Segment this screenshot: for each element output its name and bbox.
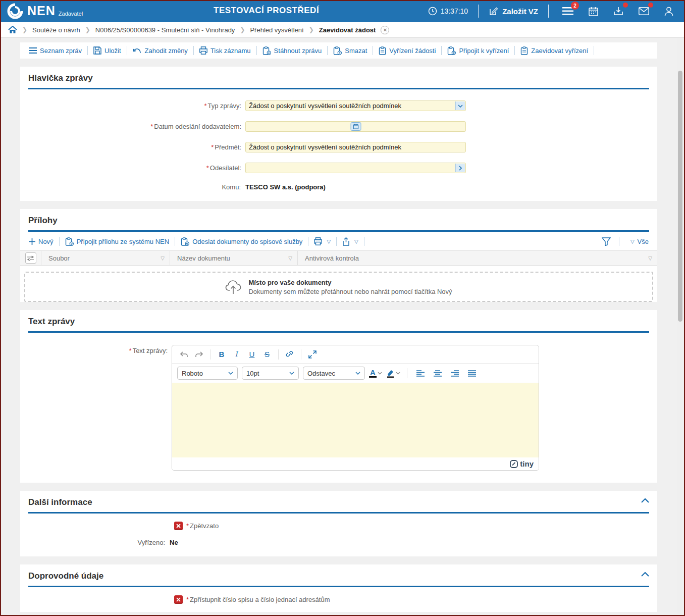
align-right-button[interactable] (448, 367, 461, 380)
required-marker: * (211, 143, 214, 151)
typ-zpravy-label: Typ zprávy: (208, 102, 241, 110)
odesilatel-lookup-button[interactable] (455, 164, 465, 172)
typ-zpravy-value: Žádost o poskytnutí vysvětlení soutěžníc… (249, 102, 401, 110)
komu-value: TESCO SW a.s. (podpora) (245, 183, 326, 191)
toolbar-divider (594, 46, 594, 55)
column-filter-icon[interactable]: ▽ (288, 255, 292, 261)
align-justify-button[interactable] (465, 367, 479, 380)
strikethrough-button[interactable]: S (260, 348, 274, 361)
print-menu-button[interactable]: ▽ (312, 237, 332, 245)
typ-zpravy-dropdown-button[interactable] (455, 101, 465, 110)
text-color-button[interactable]: A (369, 369, 382, 378)
toolbar-vyrizeni-zadosti-button[interactable]: Vyřízení žádosti (377, 46, 437, 55)
column-filter-icon[interactable]: ▽ (648, 255, 652, 261)
zpristupnit-cislo-checkbox[interactable] (174, 595, 183, 604)
collapse-section-button[interactable] (641, 572, 649, 577)
section-title: Přílohy (28, 216, 649, 230)
toolbar-label: Nový (38, 238, 54, 245)
datum-calendar-button[interactable] (350, 122, 361, 131)
breadcrumb-separator: ❯ (85, 26, 90, 33)
toolbar-pripojit-k-vyrizeni-button[interactable]: Připojit k vyřízení (446, 46, 510, 55)
filter-funnel-icon[interactable] (602, 237, 611, 246)
font-size-value: 10pt (246, 370, 259, 377)
section-dalsi-informace: Další informace *Zpětvzato Vyřízeno: Ne (20, 491, 657, 556)
undo-icon (133, 47, 142, 54)
block-format-select[interactable]: Odstavec (303, 367, 365, 380)
envelope-icon (639, 7, 649, 15)
breadcrumb-item[interactable]: Přehled vysvětlení (250, 26, 303, 34)
list-icon (29, 47, 37, 54)
link-button[interactable] (283, 348, 296, 361)
nen-logo[interactable]: NEN Zadavatel (7, 3, 83, 19)
close-tab-icon[interactable]: ✕ (381, 26, 389, 34)
toolbar-divider (127, 46, 127, 55)
inbox-download-icon (613, 7, 623, 16)
dropdown-caret-icon: ▽ (327, 239, 331, 244)
attachments-toolbar: Nový Připojit přílohu ze systému NEN Ode… (20, 232, 657, 250)
messages-button[interactable] (637, 5, 650, 17)
toolbar-zahodit-zmeny-button[interactable]: Zahodit změny (131, 47, 189, 55)
filter-all-dropdown[interactable]: ▽ Vše (627, 238, 650, 245)
column-settings-button[interactable] (25, 252, 36, 264)
calendar-icon (353, 124, 358, 129)
toolbar-zaevidovat-vyrizeni-button[interactable]: Zaevidovat vyřízení (519, 46, 590, 55)
toolbar-seznam-zprav-button[interactable]: Seznam zpráv (27, 47, 83, 55)
toolbar-label: Tisk záznamu (210, 47, 251, 55)
document-dropzone[interactable]: Místo pro vaše dokumenty Dokumenty sem m… (24, 272, 653, 302)
printer-icon (199, 46, 207, 55)
highlight-color-button[interactable] (386, 369, 400, 378)
collapse-section-button[interactable] (641, 498, 649, 503)
tasks-badge: 2 (571, 2, 579, 10)
font-family-select[interactable]: Roboto (177, 367, 238, 380)
typ-zpravy-select[interactable]: Žádost o poskytnutí vysvětlení soutěžníc… (245, 100, 466, 111)
required-marker: * (150, 123, 153, 130)
align-left-button[interactable] (414, 367, 427, 380)
align-right-icon (451, 370, 459, 377)
clipboard-delete-icon (333, 46, 342, 55)
top-header: NEN Zadavatel TESTOVACÍ PROSTŘEDÍ 13:37:… (0, 0, 685, 22)
tasks-menu-button[interactable]: 2 (561, 5, 574, 17)
calendar-button[interactable] (587, 5, 600, 17)
column-header-antivirova-kontrola[interactable]: Antivirová kontrola (305, 254, 359, 262)
italic-button[interactable]: I (230, 348, 243, 361)
predmet-input[interactable]: Žádost o poskytnutí vysvětlení soutěžníc… (245, 142, 466, 152)
toolbar-ulozit-button[interactable]: Uložit (92, 46, 123, 55)
link-icon (286, 350, 294, 358)
attach-from-nen-button[interactable]: Připojit přílohu ze systému NEN (64, 237, 171, 246)
bold-button[interactable]: B (215, 348, 228, 361)
inbox-button[interactable] (612, 5, 625, 17)
font-size-select[interactable]: 10pt (242, 367, 299, 380)
tiny-brand[interactable]: tiny (510, 459, 534, 468)
toolbar-smazat-button[interactable]: Smazat (332, 46, 368, 55)
underline-button[interactable]: U (245, 348, 258, 361)
clipboard-gear-icon (447, 46, 456, 55)
zpetvzato-checkbox[interactable] (174, 522, 183, 530)
odesilatel-input[interactable] (245, 163, 466, 173)
main-toolbar: Seznam zpráv Uložit Zahodit změny Tisk z… (20, 42, 657, 59)
align-center-button[interactable] (431, 367, 444, 380)
breadcrumb-item[interactable]: Soutěže o návrh (32, 26, 80, 34)
toolbar-stahnout-zpravu-button[interactable]: Stáhnout zprávu (261, 46, 324, 55)
chevron-up-icon (641, 572, 649, 577)
scrollbar-thumb[interactable] (678, 71, 682, 322)
attachment-new-button[interactable]: Nový (27, 238, 55, 245)
breadcrumb-current: Zaevidovat žádost (319, 26, 376, 34)
header-divider (548, 5, 549, 18)
redo-button[interactable] (192, 348, 205, 361)
create-vz-button[interactable]: Založit VZ (489, 7, 538, 16)
editor-content-area[interactable] (172, 383, 539, 457)
dropdown-caret-icon: ▽ (630, 239, 635, 244)
user-profile-button[interactable] (662, 5, 675, 17)
printer-icon (314, 237, 322, 245)
column-header-soubor[interactable]: Soubor (48, 254, 70, 262)
undo-button[interactable] (177, 348, 190, 361)
home-icon[interactable] (8, 26, 17, 34)
datum-input[interactable] (245, 121, 466, 132)
send-to-spisova-sluzba-button[interactable]: Odeslat dokumenty do spisové služby (179, 237, 304, 246)
toolbar-tisk-zaznamu-button[interactable]: Tisk záznamu (198, 46, 252, 55)
export-menu-button[interactable]: ▽ (341, 237, 360, 246)
fullscreen-button[interactable] (306, 348, 319, 361)
column-filter-icon[interactable]: ▽ (161, 255, 165, 261)
column-header-nazev-dokumentu[interactable]: Název dokumentu (177, 254, 230, 262)
breadcrumb-item[interactable]: N006/25/S00000639 - Smuteční síň - Vinoh… (95, 26, 235, 34)
